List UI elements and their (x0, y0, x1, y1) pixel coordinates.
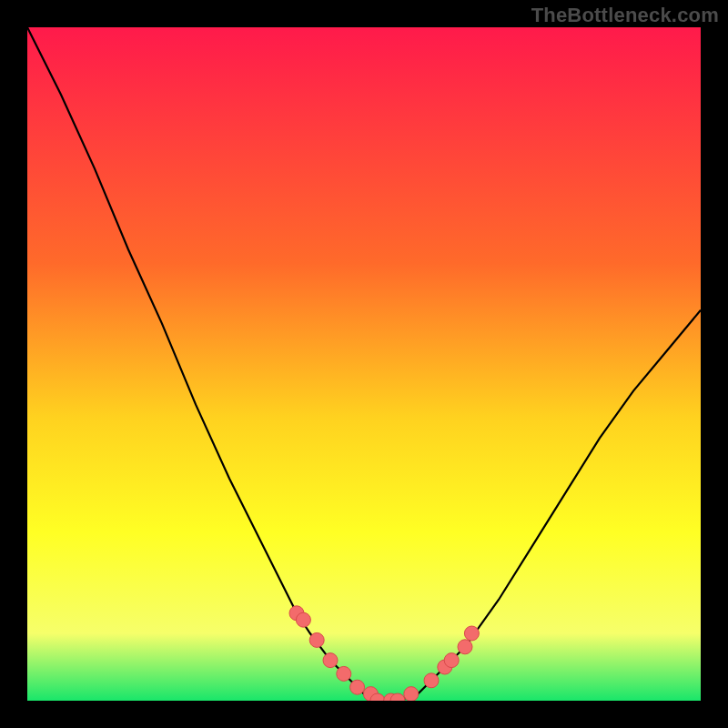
highlight-dot (444, 653, 459, 668)
gradient-bg (27, 27, 701, 701)
highlight-dot (424, 673, 439, 688)
highlight-dot (404, 687, 419, 701)
chart-frame: TheBottleneck.com (0, 0, 728, 728)
highlight-dot (458, 640, 472, 654)
highlight-dot (309, 632, 324, 647)
highlight-dot (350, 680, 365, 694)
highlight-dot (323, 653, 338, 668)
plot-area (27, 27, 701, 701)
highlight-dot (296, 612, 310, 627)
bottleneck-chart (27, 27, 701, 701)
highlight-dot (337, 666, 351, 681)
highlight-dot (464, 626, 479, 641)
watermark-text: TheBottleneck.com (531, 4, 719, 27)
